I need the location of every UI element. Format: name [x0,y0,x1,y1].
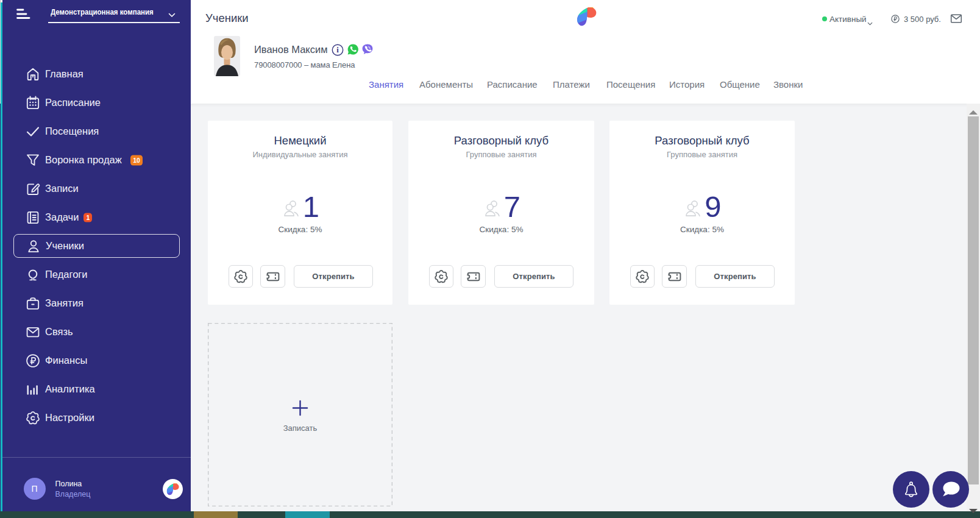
svg-text:i: i [336,46,339,54]
